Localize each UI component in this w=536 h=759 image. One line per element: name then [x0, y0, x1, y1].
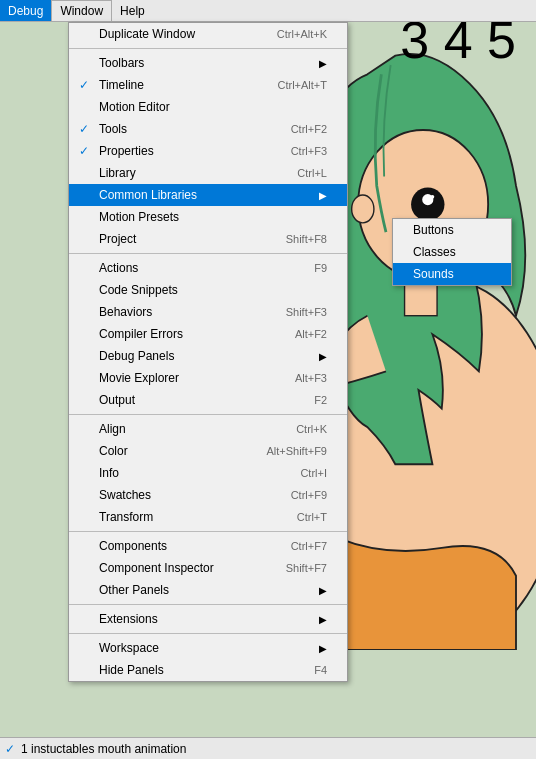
separator-4	[69, 531, 347, 532]
submenu-arrow-icon: ▶	[309, 190, 327, 201]
menu-debug-panels[interactable]: Debug Panels ▶	[69, 345, 347, 367]
menu-properties[interactable]: ✓ Properties Ctrl+F3	[69, 140, 347, 162]
separator-5	[69, 604, 347, 605]
menu-library[interactable]: Library Ctrl+L	[69, 162, 347, 184]
menu-item-shortcut: Alt+F3	[275, 372, 327, 384]
menu-workspace[interactable]: Workspace ▶	[69, 637, 347, 659]
menubar-item-help[interactable]: Help	[112, 0, 153, 21]
menu-item-shortcut: Shift+F3	[266, 306, 327, 318]
menu-item-label: Movie Explorer	[99, 371, 179, 385]
submenu-classes[interactable]: Classes	[393, 241, 511, 263]
menu-item-label: Toolbars	[99, 56, 144, 70]
menu-item-label: Common Libraries	[99, 188, 197, 202]
menu-item-label: Timeline	[99, 78, 144, 92]
submenu-arrow-icon: ▶	[309, 58, 327, 69]
menu-item-label: Actions	[99, 261, 138, 275]
menu-item-shortcut: Ctrl+F3	[271, 145, 327, 157]
menu-actions[interactable]: Actions F9	[69, 257, 347, 279]
menu-item-shortcut: F9	[294, 262, 327, 274]
svg-point-4	[431, 195, 435, 199]
menu-component-inspector[interactable]: Component Inspector Shift+F7	[69, 557, 347, 579]
menu-timeline[interactable]: ✓ Timeline Ctrl+Alt+T	[69, 74, 347, 96]
submenu-arrow-icon: ▶	[309, 585, 327, 596]
menu-motion-presets[interactable]: Motion Presets	[69, 206, 347, 228]
menu-item-shortcut: Ctrl+F2	[271, 123, 327, 135]
menu-item-label: Swatches	[99, 488, 151, 502]
menu-motion-editor[interactable]: Motion Editor	[69, 96, 347, 118]
menu-color[interactable]: Color Alt+Shift+F9	[69, 440, 347, 462]
menu-item-shortcut: F2	[294, 394, 327, 406]
menu-align[interactable]: Align Ctrl+K	[69, 418, 347, 440]
submenu-item-label: Sounds	[413, 267, 454, 281]
menu-item-shortcut: Ctrl+F7	[271, 540, 327, 552]
menu-project[interactable]: Project Shift+F8	[69, 228, 347, 250]
menu-item-shortcut: Ctrl+Alt+T	[257, 79, 327, 91]
menu-item-label: Debug Panels	[99, 349, 174, 363]
menu-item-shortcut: Shift+F8	[266, 233, 327, 245]
separator-2	[69, 253, 347, 254]
menu-components[interactable]: Components Ctrl+F7	[69, 535, 347, 557]
menu-item-label: Info	[99, 466, 119, 480]
separator-6	[69, 633, 347, 634]
menu-common-libraries[interactable]: Common Libraries ▶	[69, 184, 347, 206]
bottom-bar: ✓ 1 instuctables mouth animation	[0, 737, 536, 759]
menu-hide-panels[interactable]: Hide Panels F4	[69, 659, 347, 681]
submenu-item-label: Buttons	[413, 223, 454, 237]
menu-item-label: Transform	[99, 510, 153, 524]
menu-info[interactable]: Info Ctrl+I	[69, 462, 347, 484]
menu-compiler-errors[interactable]: Compiler Errors Alt+F2	[69, 323, 347, 345]
separator-3	[69, 414, 347, 415]
menu-item-label: Motion Presets	[99, 210, 179, 224]
menu-other-panels[interactable]: Other Panels ▶	[69, 579, 347, 601]
menu-item-shortcut: Ctrl+F9	[271, 489, 327, 501]
menu-behaviors[interactable]: Behaviors Shift+F3	[69, 301, 347, 323]
menu-item-shortcut: Shift+F7	[266, 562, 327, 574]
menu-item-label: Hide Panels	[99, 663, 164, 677]
menubar-item-window[interactable]: Window	[51, 0, 112, 21]
menu-item-shortcut: Ctrl+L	[277, 167, 327, 179]
menu-transform[interactable]: Transform Ctrl+T	[69, 506, 347, 528]
menu-duplicate-window[interactable]: Duplicate Window Ctrl+Alt+K	[69, 23, 347, 45]
menu-item-label: Motion Editor	[99, 100, 170, 114]
menu-item-shortcut: Ctrl+T	[277, 511, 327, 523]
submenu-arrow-icon: ▶	[309, 351, 327, 362]
menu-item-shortcut: Alt+Shift+F9	[246, 445, 327, 457]
menu-toolbars[interactable]: Toolbars ▶	[69, 52, 347, 74]
menu-item-label: Code Snippets	[99, 283, 178, 297]
menu-movie-explorer[interactable]: Movie Explorer Alt+F3	[69, 367, 347, 389]
menu-item-shortcut: Ctrl+K	[276, 423, 327, 435]
submenu-sounds[interactable]: Sounds	[393, 263, 511, 285]
menu-tools[interactable]: ✓ Tools Ctrl+F2	[69, 118, 347, 140]
menu-item-shortcut: Ctrl+Alt+K	[257, 28, 327, 40]
submenu-item-label: Classes	[413, 245, 456, 259]
menu-extensions[interactable]: Extensions ▶	[69, 608, 347, 630]
menu-item-label: Tools	[99, 122, 127, 136]
menu-item-label: Output	[99, 393, 135, 407]
common-libraries-submenu: Buttons Classes Sounds	[392, 218, 512, 286]
menu-item-shortcut: Ctrl+I	[280, 467, 327, 479]
menu-item-label: Color	[99, 444, 128, 458]
menu-item-label: Properties	[99, 144, 154, 158]
menu-item-label: Library	[99, 166, 136, 180]
menu-output[interactable]: Output F2	[69, 389, 347, 411]
menu-code-snippets[interactable]: Code Snippets	[69, 279, 347, 301]
menu-swatches[interactable]: Swatches Ctrl+F9	[69, 484, 347, 506]
check-icon: ✓	[79, 144, 89, 158]
menubar-item-debug[interactable]: Debug	[0, 0, 51, 21]
window-dropdown: Duplicate Window Ctrl+Alt+K Toolbars ▶ ✓…	[68, 22, 348, 682]
menu-item-label: Workspace	[99, 641, 159, 655]
menu-item-label: Extensions	[99, 612, 158, 626]
menu-item-label: Project	[99, 232, 136, 246]
submenu-arrow-icon: ▶	[309, 614, 327, 625]
menu-item-label: Compiler Errors	[99, 327, 183, 341]
bottom-bar-text: 1 instuctables mouth animation	[21, 742, 186, 756]
bottom-check-icon: ✓	[5, 742, 15, 756]
submenu-arrow-icon: ▶	[309, 643, 327, 654]
menubar: Debug Window Help	[0, 0, 536, 22]
menu-item-shortcut: Alt+F2	[275, 328, 327, 340]
menu-item-shortcut: F4	[294, 664, 327, 676]
menu-item-label: Behaviors	[99, 305, 152, 319]
menu-item-label: Component Inspector	[99, 561, 214, 575]
svg-point-5	[352, 195, 374, 223]
submenu-buttons[interactable]: Buttons	[393, 219, 511, 241]
